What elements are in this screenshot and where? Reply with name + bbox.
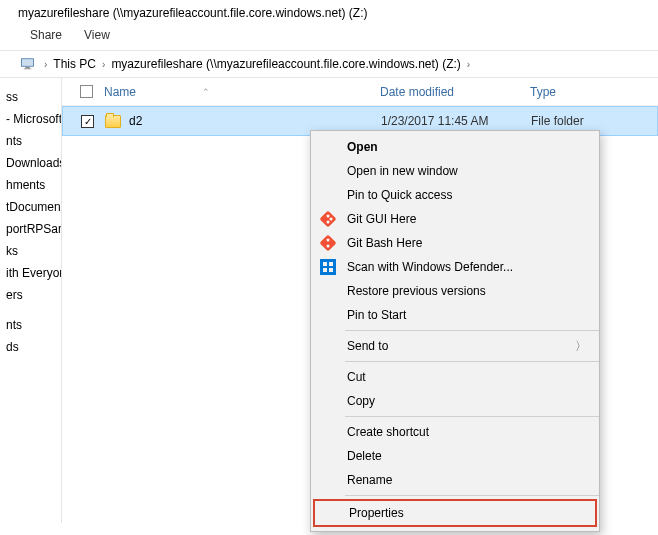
svg-rect-0	[22, 59, 34, 67]
menu-separator	[345, 330, 599, 331]
menu-separator	[345, 416, 599, 417]
sidebar-item[interactable]: hments	[0, 174, 61, 196]
breadcrumb[interactable]: › This PC › myazurefileshare (\\myazuref…	[0, 51, 658, 78]
svg-rect-1	[25, 67, 30, 69]
column-type[interactable]: Type	[530, 85, 658, 99]
sidebar-item[interactable]: tDocumen	[0, 196, 61, 218]
highlighted-menu-item: Properties	[313, 499, 597, 527]
column-headers: Name⌃ Date modified Type	[62, 78, 658, 106]
menu-rename[interactable]: Rename	[311, 468, 599, 492]
sidebar-item[interactable]: Downloads	[0, 152, 61, 174]
menu-separator	[345, 361, 599, 362]
sidebar-item[interactable]: nts	[0, 314, 61, 336]
column-name[interactable]: Name⌃	[104, 85, 380, 99]
menu-open[interactable]: Open	[311, 135, 599, 159]
menu-separator	[345, 495, 599, 496]
select-all-checkbox[interactable]	[80, 85, 93, 98]
svg-point-6	[330, 218, 333, 221]
git-gui-icon	[319, 210, 337, 228]
menu-delete[interactable]: Delete	[311, 444, 599, 468]
menu-pin-quick-access[interactable]: Pin to Quick access	[311, 183, 599, 207]
sidebar: ss - Microsoft nts Downloads hments tDoc…	[0, 78, 62, 523]
column-date[interactable]: Date modified	[380, 85, 530, 99]
menu-pin-start[interactable]: Pin to Start	[311, 303, 599, 327]
menu-restore-previous[interactable]: Restore previous versions	[311, 279, 599, 303]
svg-rect-7	[320, 235, 336, 251]
svg-point-9	[327, 245, 330, 248]
menu-properties[interactable]: Properties	[315, 501, 595, 525]
chevron-right-icon: ›	[467, 59, 470, 70]
svg-point-8	[327, 239, 330, 242]
sidebar-item[interactable]: ith Everyon	[0, 262, 61, 284]
menu-open-new-window[interactable]: Open in new window	[311, 159, 599, 183]
menu-windows-defender[interactable]: Scan with Windows Defender...	[311, 255, 599, 279]
row-checkbox[interactable]: ✓	[81, 115, 94, 128]
breadcrumb-pc[interactable]: This PC	[53, 57, 96, 71]
sidebar-item[interactable]: ss	[0, 86, 61, 108]
svg-rect-2	[24, 69, 32, 70]
file-date: 1/23/2017 11:45 AM	[381, 114, 531, 128]
ribbon-tab-view[interactable]: View	[84, 28, 110, 42]
window-title: myazurefileshare (\\myazurefileaccount.f…	[0, 0, 658, 24]
svg-point-5	[327, 221, 330, 224]
defender-icon	[319, 258, 337, 276]
menu-git-gui[interactable]: Git GUI Here	[311, 207, 599, 231]
svg-rect-3	[320, 211, 336, 227]
pc-icon	[20, 57, 38, 71]
folder-icon	[105, 115, 121, 128]
file-name: d2	[129, 114, 142, 128]
sidebar-item[interactable]: nts	[0, 130, 61, 152]
ribbon-tab-share[interactable]: Share	[30, 28, 62, 42]
chevron-right-icon: 〉	[575, 338, 587, 355]
sidebar-item	[0, 306, 61, 314]
sidebar-item[interactable]: portRPSam	[0, 218, 61, 240]
sidebar-item[interactable]: ds	[0, 336, 61, 358]
svg-point-4	[327, 215, 330, 218]
menu-cut[interactable]: Cut	[311, 365, 599, 389]
menu-send-to[interactable]: Send to 〉	[311, 334, 599, 358]
sort-caret-icon: ⌃	[202, 87, 210, 97]
ribbon-tabs: Share View	[0, 24, 658, 50]
context-menu: Open Open in new window Pin to Quick acc…	[310, 130, 600, 532]
chevron-right-icon: ›	[44, 59, 47, 70]
menu-git-bash[interactable]: Git Bash Here	[311, 231, 599, 255]
chevron-right-icon: ›	[102, 59, 105, 70]
file-type: File folder	[531, 114, 657, 128]
menu-copy[interactable]: Copy	[311, 389, 599, 413]
git-bash-icon	[319, 234, 337, 252]
sidebar-item[interactable]: ers	[0, 284, 61, 306]
sidebar-item[interactable]: ks	[0, 240, 61, 262]
menu-create-shortcut[interactable]: Create shortcut	[311, 420, 599, 444]
sidebar-item[interactable]: - Microsoft	[0, 108, 61, 130]
breadcrumb-location[interactable]: myazurefileshare (\\myazurefileaccount.f…	[111, 57, 460, 71]
